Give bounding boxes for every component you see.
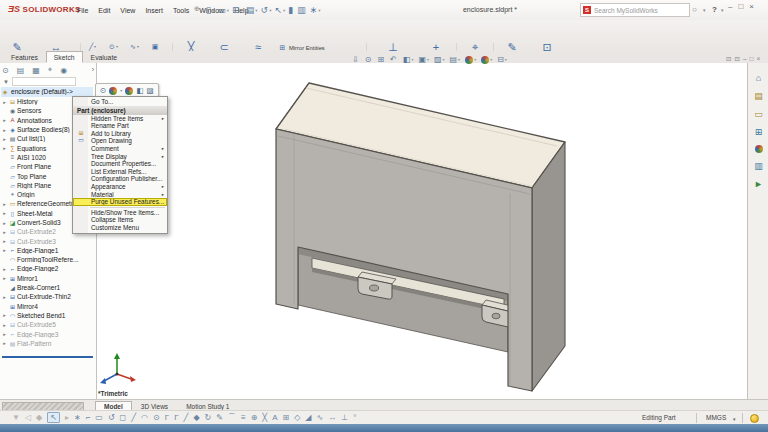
section-view-icon[interactable]: ◧ <box>136 86 143 95</box>
sketch-tool-icon[interactable]: ◇ <box>294 413 300 422</box>
sketch-tool-icon[interactable]: ⌒ <box>228 412 236 423</box>
print-icon[interactable]: ▤ ▾ <box>246 5 258 15</box>
context-menu-item[interactable]: Appearance ▸ <box>73 183 167 191</box>
expand-arrow-icon[interactable]: ▸ <box>1 294 8 300</box>
apply-scene-icon[interactable]: ▾ <box>481 56 492 64</box>
units-dropdown[interactable]: MMGS <box>706 414 726 421</box>
dropdown-caret-icon[interactable]: ▾ <box>116 44 118 49</box>
resources-icon[interactable]: ⌂ <box>756 73 761 83</box>
expand-arrow-icon[interactable]: ▸ <box>1 331 8 337</box>
sketch-tool-icon[interactable]: ╱ <box>184 413 189 422</box>
sketch-tool-icon[interactable]: ↔ <box>328 413 336 422</box>
tree-item[interactable]: ▸ ⊟ Cut-Extrude5 <box>1 320 95 329</box>
sketch-tool-icon[interactable]: ⊕ <box>251 413 258 422</box>
maximize-button[interactable]: □ <box>738 2 743 11</box>
expand-arrow-icon[interactable]: ▸ <box>1 210 8 216</box>
viewport-canvas[interactable] <box>96 63 747 400</box>
sketch-tool-icon[interactable]: A <box>272 413 277 422</box>
sketch-tool-icon[interactable]: ✎ <box>216 413 223 422</box>
tree-item[interactable]: ◠ FormingToolRefere... <box>1 255 95 264</box>
context-menu-item[interactable]: Collapse Items <box>73 216 167 224</box>
context-menu-item[interactable]: Purge Unused Features... <box>73 198 167 206</box>
close-button[interactable]: × <box>749 2 754 11</box>
dropdown-caret-icon[interactable]: ▾ <box>212 8 214 13</box>
tree-item[interactable]: ▸ ⊟ Cut-Extrude-Thin2 <box>1 292 95 301</box>
sketch-tool-icon[interactable]: ∿ <box>317 413 324 422</box>
context-menu-item[interactable]: Customize Menu <box>73 224 167 232</box>
view-orientation-icon[interactable]: ▣ ▾ <box>418 55 429 64</box>
sketch-tool-icon[interactable]: ◠ <box>141 413 148 422</box>
addins-icon[interactable]: ▥ <box>297 5 307 15</box>
sketch-tool-icon[interactable]: ∗ <box>74 413 81 422</box>
tag-status-icon[interactable] <box>750 414 759 423</box>
context-menu-item[interactable]: ▭ Open Drawing <box>73 137 167 145</box>
design-library-icon[interactable]: ▤ <box>754 91 763 101</box>
sketch-tool-icon[interactable]: ▼ <box>12 413 20 422</box>
zoom-to-area-icon[interactable]: ⊙ <box>365 55 373 64</box>
scene-icon[interactable] <box>125 87 133 95</box>
display-style-icon[interactable]: ▨ ▾ <box>434 55 445 64</box>
dropdown-caret-icon[interactable]: ▾ <box>474 57 476 62</box>
context-menu-item[interactable]: Hidden Tree Items ▸ <box>73 115 167 123</box>
menu-insert[interactable]: Insert <box>140 5 168 16</box>
previous-view-icon[interactable]: ↶ <box>390 55 398 64</box>
display-pane-chevron-icon[interactable]: › <box>92 66 94 73</box>
sketch-tool-icon[interactable]: ▭ <box>95 413 103 422</box>
sketch-tool-icon[interactable]: ⌐ <box>86 413 91 422</box>
help-button[interactable]: ? <box>712 5 717 14</box>
appearances-icon[interactable] <box>755 145 763 153</box>
expand-arrow-icon[interactable]: ▸ <box>1 201 8 207</box>
tab-sketch[interactable]: Sketch <box>46 51 83 63</box>
edit-appearance-icon[interactable]: ▾ <box>465 56 476 64</box>
minimize-button[interactable]: – <box>728 2 732 11</box>
doc-restore-icon[interactable]: □ <box>750 55 754 63</box>
sketch-tool-icon[interactable]: Γ <box>174 413 178 422</box>
undo-icon[interactable]: ↺ ▾ <box>261 5 272 15</box>
menu-edit[interactable]: Edit <box>93 5 115 16</box>
context-menu-item[interactable]: Tree Display ▸ <box>73 153 167 161</box>
sketch-tool-icon[interactable]: ◆ <box>36 413 42 422</box>
dropdown-caret-icon[interactable]: ▾ <box>227 8 229 13</box>
displaymanager-tab-icon[interactable]: ◉ <box>60 66 67 75</box>
dropdown-caret-icon[interactable]: ▾ <box>137 44 139 49</box>
sketch-tool-icon[interactable]: ↻ <box>205 413 212 422</box>
view-palette-icon[interactable]: ⊞ <box>755 127 763 137</box>
search-icon[interactable]: ○ <box>692 5 697 14</box>
context-menu-item[interactable]: Rename Part <box>73 122 167 130</box>
expand-arrow-icon[interactable]: ▸ <box>1 322 8 328</box>
context-menu-item[interactable]: List External Refs... <box>73 168 167 176</box>
custom-properties-icon[interactable]: ▥ <box>754 161 763 171</box>
appearance-caret-icon[interactable]: ▾ <box>120 88 122 93</box>
expand-arrow-icon[interactable]: ▸ <box>1 247 8 253</box>
select-icon[interactable]: ↖ ▾ <box>274 5 285 15</box>
sketch-tool-icon[interactable]: ⊥ <box>341 413 348 422</box>
save-icon[interactable]: ⊟ ▾ <box>232 5 243 15</box>
tree-item[interactable]: ▸ ◠ Sketched Bend1 <box>1 311 95 320</box>
configurationmanager-tab-icon[interactable]: ▦ <box>32 66 40 75</box>
featuremanager-tab-icon[interactable]: ⊙ <box>2 66 9 75</box>
dropdown-caret-icon[interactable]: ▾ <box>443 57 445 62</box>
tree-item[interactable]: ▸ ⊟ Cut-Extrude3 <box>1 236 95 245</box>
units-caret-icon[interactable]: ▾ <box>733 416 736 422</box>
dropdown-caret-icon[interactable]: ▾ <box>283 8 285 13</box>
hide-show-icon[interactable]: ▨ <box>146 86 153 95</box>
context-menu-item[interactable]: Hide/Show Tree Items... <box>73 209 167 217</box>
tree-item[interactable]: ▸ ⌐ Edge-Flange3 <box>1 329 95 338</box>
search-caret-icon[interactable]: ▾ <box>703 7 706 13</box>
xpert-tools-icon[interactable]: ▮ <box>288 5 294 15</box>
expand-arrow-icon[interactable]: ▸ <box>1 238 8 244</box>
magnifier-icon[interactable]: ⊙ <box>100 86 106 95</box>
tree-filter-input[interactable] <box>12 77 76 86</box>
dropdown-caret-icon[interactable]: ▾ <box>94 44 96 49</box>
sketch-tool-icon[interactable]: ⊞ <box>283 413 290 422</box>
sketch-tool-icon[interactable]: ° <box>353 413 356 422</box>
open-icon[interactable]: ▭ ▾ <box>217 5 229 15</box>
expand-arrow-icon[interactable]: ▸ <box>1 117 8 123</box>
expand-arrow-icon[interactable]: ▸ <box>1 220 8 226</box>
expand-arrow-icon[interactable]: ▸ <box>1 312 8 318</box>
expand-arrow-icon[interactable]: ▸ <box>1 145 8 151</box>
sketch-tool-icon[interactable]: ↺ <box>108 413 115 422</box>
tab-evaluate[interactable]: Evaluate <box>83 51 125 63</box>
dropdown-caret-icon[interactable]: ▾ <box>505 57 507 62</box>
sketch-tool-icon[interactable]: ≡ <box>241 413 246 422</box>
